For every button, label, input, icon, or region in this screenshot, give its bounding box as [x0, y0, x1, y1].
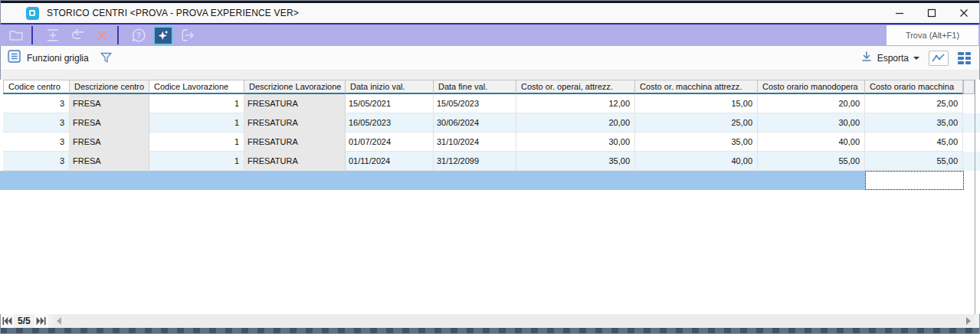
cell-codice-centro[interactable]: 3 — [3, 113, 70, 133]
cell-data-fine-val[interactable]: 15/05/2023 — [434, 94, 516, 113]
chart-icon[interactable] — [929, 51, 949, 66]
cell-data-inizio-val[interactable]: 01/07/2024 — [346, 133, 434, 152]
cell-descrizione-centro[interactable]: FRESA — [70, 113, 149, 133]
column-header-codice-centro[interactable]: Codice centro — [3, 80, 70, 94]
cell-descrizione-centro[interactable]: FRESA — [70, 152, 149, 171]
cell-data-inizio-val[interactable]: 01/11/2024 — [346, 152, 434, 171]
find-box[interactable]: Trova (Alt+F1) — [887, 25, 978, 45]
column-header-descrizione-lavorazione[interactable]: Descrizione Lavorazione — [244, 80, 346, 94]
window-controls — [883, 3, 980, 23]
cell-codice-centro[interactable]: 3 — [3, 133, 70, 152]
funnel-icon[interactable] — [100, 51, 113, 64]
column-header-data-inizio-val[interactable]: Data inizio val. — [346, 80, 434, 94]
last-record-button[interactable] — [34, 314, 48, 328]
cell-costo-orario-macchina[interactable]: 25,00 — [865, 94, 963, 113]
table-row[interactable]: 3FRESA1FRESATURA01/07/202431/10/202430,0… — [3, 133, 980, 152]
close-button[interactable] — [948, 3, 980, 23]
cell-codice-lavorazione[interactable]: 1 — [149, 133, 244, 152]
table-row[interactable]: 3FRESA1FRESATURA16/05/202330/06/202420,0… — [3, 113, 980, 133]
cell-costo-orario-manodopera[interactable]: 40,00 — [758, 133, 865, 152]
cell-descrizione-lavorazione[interactable]: FRESATURA — [244, 113, 346, 133]
chevron-down-icon — [913, 57, 919, 60]
cell-codice-centro[interactable]: 3 — [3, 94, 70, 113]
cell-codice-centro[interactable]: 3 — [3, 152, 70, 171]
focused-cell[interactable] — [865, 171, 964, 190]
insert-record-icon[interactable] — [43, 26, 63, 44]
column-header-costo-or-operai-attrezz[interactable]: Costo or. operai, attrezz. — [516, 80, 635, 94]
cell-codice-lavorazione[interactable]: 1 — [149, 152, 244, 171]
exit-icon[interactable] — [178, 26, 198, 44]
cell-data-inizio-val[interactable]: 15/05/2021 — [346, 94, 434, 113]
grid-header-row: Codice centroDescrizione centroCodice La… — [3, 80, 980, 94]
column-header-costo-orario-manodopera[interactable]: Costo orario manodopera — [758, 80, 865, 94]
cell-costo-or-macchina-attrezz[interactable]: 15,00 — [635, 94, 758, 113]
cell-codice-lavorazione[interactable]: 1 — [149, 94, 244, 113]
cell-costo-or-macchina-attrezz[interactable]: 25,00 — [635, 113, 758, 133]
title-bar: STORICO CENTRI <PROVA - PROVA EXPERIENCE… — [0, 3, 980, 25]
selected-new-row[interactable] — [0, 171, 980, 190]
app-logo-icon — [26, 7, 39, 20]
grid-toolbar-right: Esporta — [860, 51, 971, 66]
cell-descrizione-centro[interactable]: FRESA — [70, 133, 149, 152]
download-icon — [860, 51, 873, 66]
toolbar-grid-spacer — [0, 70, 980, 80]
cell-costo-orario-manodopera[interactable]: 20,00 — [758, 94, 865, 113]
cell-descrizione-lavorazione[interactable]: FRESATURA — [244, 152, 346, 171]
cell-costo-orario-manodopera[interactable]: 55,00 — [758, 152, 865, 171]
column-header-data-fine-val[interactable]: Data fine val. — [434, 80, 516, 94]
cell-costo-or-macchina-attrezz[interactable]: 40,00 — [635, 152, 758, 171]
toolbar-separator — [117, 26, 119, 44]
help-icon[interactable]: ? — [129, 26, 149, 44]
status-bar: 5/5 — [0, 314, 980, 328]
maximize-button[interactable] — [916, 3, 948, 23]
grid-functions-button[interactable]: Funzioni griglia — [8, 50, 89, 66]
cell-costo-or-operai-attrezz[interactable]: 35,00 — [516, 152, 635, 171]
cell-costo-or-operai-attrezz[interactable]: 12,00 — [516, 94, 635, 113]
first-record-button[interactable] — [0, 314, 14, 328]
cell-data-fine-val[interactable]: 31/10/2024 — [434, 133, 516, 152]
grid-toolbar: Funzioni griglia Esporta — [0, 46, 980, 70]
cell-codice-lavorazione[interactable]: 1 — [149, 113, 244, 133]
grid-rows: 3FRESA1FRESATURA15/05/202115/05/202312,0… — [3, 94, 980, 171]
grid-right-border — [975, 80, 975, 314]
column-header-codice-lavorazione[interactable]: Codice Lavorazione — [149, 80, 244, 94]
cell-costo-orario-manodopera[interactable]: 30,00 — [758, 113, 865, 133]
undo-icon[interactable] — [67, 26, 87, 44]
minimize-button[interactable] — [883, 3, 916, 23]
cell-costo-orario-macchina[interactable]: 35,00 — [865, 113, 963, 133]
hscroll-left-button[interactable] — [53, 314, 65, 328]
background-strip-bottom — [0, 328, 980, 334]
hscroll-right-button[interactable] — [962, 314, 975, 328]
cell-descrizione-centro[interactable]: FRESA — [70, 94, 149, 113]
window-title: STORICO CENTRI <PROVA - PROVA EXPERIENCE… — [47, 8, 299, 18]
selected-row-highlight[interactable] — [0, 171, 865, 190]
cell-costo-or-operai-attrezz[interactable]: 20,00 — [516, 113, 635, 133]
table-row[interactable]: 3FRESA1FRESATURA01/11/202431/12/209935,0… — [3, 152, 980, 171]
cell-costo-orario-macchina[interactable]: 45,00 — [865, 133, 963, 152]
grid-header-spacer — [963, 80, 975, 94]
cell-data-inizio-val[interactable]: 16/05/2023 — [346, 113, 434, 133]
hscroll-track[interactable] — [65, 314, 962, 328]
column-header-costo-orario-macchina[interactable]: Costo orario macchina — [865, 80, 963, 94]
cell-costo-or-macchina-attrezz[interactable]: 35,00 — [635, 133, 758, 152]
column-header-costo-or-macchina-attrezz[interactable]: Costo or. macchina attrezz. — [635, 80, 758, 94]
grid-functions-icon — [8, 50, 21, 66]
cell-costo-orario-macchina[interactable]: 55,00 — [865, 152, 963, 171]
grid-view-icon[interactable] — [958, 52, 971, 64]
column-header-descrizione-centro[interactable]: Descrizione centro — [70, 80, 149, 94]
cell-data-fine-val[interactable]: 31/12/2099 — [434, 152, 516, 171]
delete-record-icon[interactable] — [92, 26, 112, 44]
main-toolbar: ? Trova (Alt+F1) — [0, 25, 980, 46]
cell-costo-or-operai-attrezz[interactable]: 30,00 — [516, 133, 635, 152]
data-grid: Codice centroDescrizione centroCodice La… — [0, 80, 980, 314]
svg-text:?: ? — [136, 31, 141, 40]
cell-data-fine-val[interactable]: 30/06/2024 — [434, 113, 516, 133]
export-button[interactable]: Esporta — [860, 51, 919, 66]
cell-descrizione-lavorazione[interactable]: FRESATURA — [244, 133, 346, 152]
pin-sparkle-icon[interactable] — [153, 26, 173, 45]
cell-descrizione-lavorazione[interactable]: FRESATURA — [244, 94, 346, 113]
table-row[interactable]: 3FRESA1FRESATURA15/05/202115/05/202312,0… — [3, 94, 980, 113]
app-window: STORICO CENTRI <PROVA - PROVA EXPERIENCE… — [0, 0, 980, 334]
record-counter: 5/5 — [14, 316, 34, 326]
open-folder-icon[interactable] — [6, 26, 26, 44]
